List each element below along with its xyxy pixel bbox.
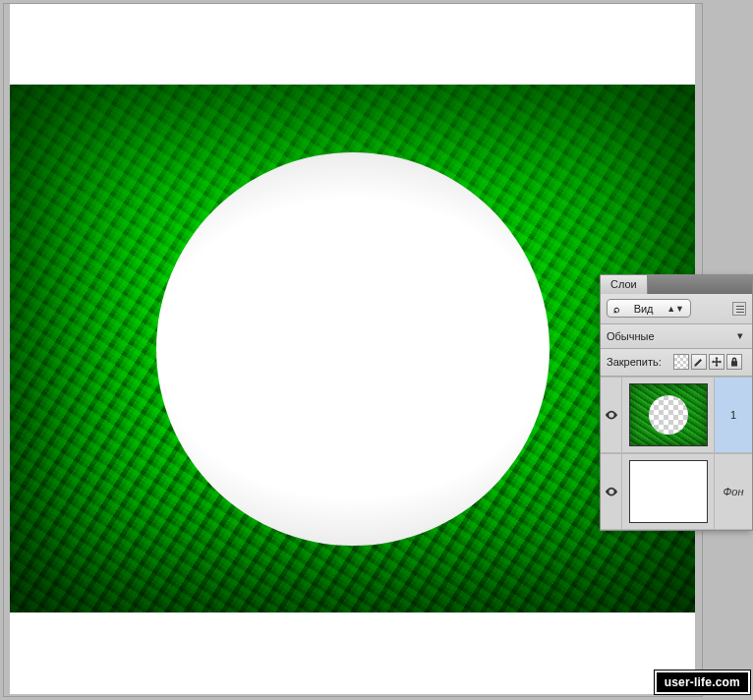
blend-row: Обычные ▾ [601, 324, 752, 349]
blend-mode-dropdown[interactable]: Обычные [607, 330, 674, 342]
tab-layers[interactable]: Слои [601, 275, 648, 294]
lock-transparency-button[interactable] [673, 354, 689, 370]
watermark: user-life.com [655, 671, 750, 694]
view-row: ⌕ Вид ▲▼ [601, 294, 752, 324]
layer-thumbnail[interactable] [622, 454, 715, 529]
layer-row[interactable]: Фон [601, 453, 752, 530]
view-dropdown-label: Вид [634, 303, 654, 315]
grass-image [10, 85, 695, 612]
panel-menu-icon[interactable] [732, 302, 746, 316]
view-dropdown[interactable]: ⌕ Вид ▲▼ [607, 299, 691, 318]
lock-all-button[interactable] [726, 354, 742, 370]
layer-row[interactable]: 1 [601, 377, 752, 453]
chevron-updown-icon: ▲▼ [666, 304, 684, 314]
layers-list: 1 Фон [601, 377, 752, 530]
circle-cutout [156, 152, 550, 546]
chevron-down-icon: ▾ [734, 329, 746, 342]
lock-position-button[interactable] [709, 354, 724, 370]
search-icon: ⌕ [613, 303, 620, 315]
lock-pixels-button[interactable] [691, 354, 707, 370]
lock-row: Закрепить: [601, 349, 752, 377]
layer-name[interactable]: Фон [715, 454, 752, 529]
lock-label: Закрепить: [607, 356, 662, 368]
canvas-document[interactable] [10, 4, 695, 694]
panel-tabs: Слои [601, 275, 752, 294]
workspace [3, 3, 703, 697]
visibility-toggle[interactable] [601, 378, 622, 452]
layer-name[interactable]: 1 [715, 378, 752, 452]
visibility-toggle[interactable] [601, 454, 622, 529]
layers-panel: Слои ⌕ Вид ▲▼ Обычные ▾ Закрепить: [600, 274, 753, 531]
layer-thumbnail[interactable] [622, 378, 715, 452]
